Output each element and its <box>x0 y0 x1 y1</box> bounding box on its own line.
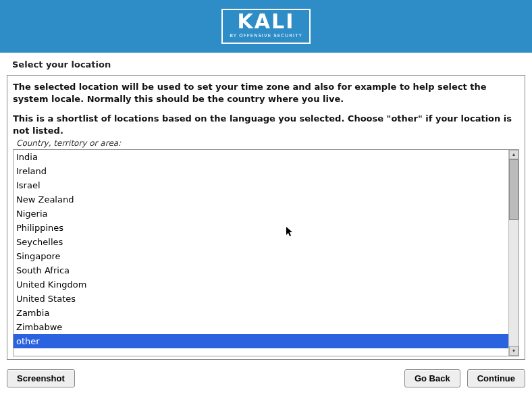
installer-header: KALI BY OFFENSIVE SECURITY <box>0 0 532 53</box>
instructions-primary: The selected location will be used to se… <box>13 81 519 105</box>
location-item[interactable]: Zambia <box>14 306 508 320</box>
location-item[interactable]: Seychelles <box>14 235 508 249</box>
scroll-thumb[interactable] <box>509 159 518 220</box>
location-list[interactable]: IndiaIrelandIsraelNew ZealandNigeriaPhil… <box>13 149 519 356</box>
page-title: Select your location <box>0 53 532 75</box>
location-item[interactable]: Zimbabwe <box>14 320 508 334</box>
main-panel: The selected location will be used to se… <box>7 75 525 360</box>
scroll-up-button[interactable]: ▴ <box>509 150 518 159</box>
scrollbar[interactable]: ▴ ▾ <box>508 150 518 356</box>
button-bar: Screenshot Go Back Continue <box>0 360 532 397</box>
location-item[interactable]: United States <box>14 292 508 306</box>
location-item[interactable]: Singapore <box>14 249 508 263</box>
location-item[interactable]: United Kingdom <box>14 277 508 292</box>
location-item[interactable]: South Africa <box>14 263 508 277</box>
scroll-down-button[interactable]: ▾ <box>509 346 518 356</box>
kali-logo: KALI BY OFFENSIVE SECURITY <box>221 9 310 44</box>
location-item[interactable]: Philippines <box>14 221 508 235</box>
location-item[interactable]: Israel <box>14 178 508 192</box>
logo-text: KALI <box>238 11 295 32</box>
location-item[interactable]: Nigeria <box>14 207 508 221</box>
continue-button[interactable]: Continue <box>467 369 525 387</box>
go-back-button[interactable]: Go Back <box>404 369 460 387</box>
location-list-label: Country, territory or area: <box>16 138 519 148</box>
screenshot-button[interactable]: Screenshot <box>7 369 75 387</box>
location-item[interactable]: New Zealand <box>14 192 508 207</box>
instructions-secondary: This is a shortlist of locations based o… <box>13 113 519 136</box>
location-item[interactable]: other <box>14 334 508 348</box>
location-item[interactable]: Ireland <box>14 164 508 178</box>
location-item[interactable]: India <box>14 150 508 164</box>
logo-subtext: BY OFFENSIVE SECURITY <box>230 33 302 38</box>
scroll-track[interactable] <box>509 159 518 346</box>
